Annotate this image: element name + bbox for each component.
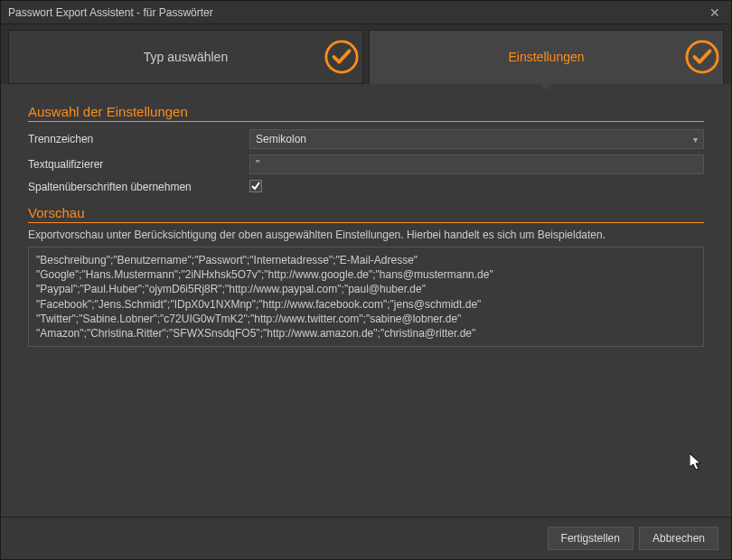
separator-dropdown[interactable]: Semikolon ▾ xyxy=(249,129,704,149)
preview-description: Exportvorschau unter Berücksichtigung de… xyxy=(28,229,704,241)
headers-checkbox[interactable] xyxy=(249,180,262,192)
preview-line: "Facebook";"Jens.Schmidt";"IDpX0v1NXMnp"… xyxy=(36,297,696,312)
preview-line: "Twitter";"Sabine.Lobner";"c72UIG0wTmK2"… xyxy=(36,312,696,326)
footer: Fertigstellen Abbrechen xyxy=(1,517,731,559)
cancel-button[interactable]: Abbrechen xyxy=(639,527,718,550)
chevron-down-icon: ▾ xyxy=(693,135,698,145)
qualifier-value: " xyxy=(256,158,259,171)
titlebar: Passwort Export Assistent - für Passwört… xyxy=(1,1,731,24)
active-tab-arrow-icon xyxy=(540,83,554,90)
tab-settings[interactable]: Einstellungen xyxy=(369,30,724,84)
settings-section-title: Auswahl der Einstellungen xyxy=(28,104,704,122)
qualifier-row: Textqualifizierer " xyxy=(28,154,704,174)
tab-type-select-label: Typ auswählen xyxy=(144,50,228,64)
headers-label: Spaltenüberschriften übernehmen xyxy=(28,181,249,193)
qualifier-label: Textqualifizierer xyxy=(28,158,249,171)
finish-button[interactable]: Fertigstellen xyxy=(548,527,633,550)
tab-settings-label: Einstellungen xyxy=(508,50,584,64)
close-icon[interactable]: ✕ xyxy=(706,5,724,20)
separator-label: Trennzeichen xyxy=(28,133,249,145)
preview-line: "Beschreibung";"Benutzername";"Passwort"… xyxy=(36,253,696,267)
preview-line: "Paypal";"Paul.Huber";"ojymD6i5Rj8R";"ht… xyxy=(36,282,696,296)
preview-line: "Google";"Hans.Mustermann";"2iNHxhsk5O7v… xyxy=(36,267,696,282)
preview-line: "Amazon";"Christina.Ritter";"SFWXSnsdqFO… xyxy=(36,326,696,341)
content-area: Auswahl der Einstellungen Trennzeichen S… xyxy=(1,84,731,517)
checkmark-icon xyxy=(324,40,359,74)
qualifier-input[interactable]: " xyxy=(249,154,704,174)
preview-box: "Beschreibung";"Benutzername";"Passwort"… xyxy=(28,247,704,347)
separator-row: Trennzeichen Semikolon ▾ xyxy=(28,129,704,149)
headers-row: Spaltenüberschriften übernehmen xyxy=(28,180,704,194)
separator-value: Semikolon xyxy=(256,133,306,145)
preview-section-title: Vorschau xyxy=(28,205,704,223)
export-wizard-window: Passwort Export Assistent - für Passwört… xyxy=(0,0,732,560)
tab-type-select[interactable]: Typ auswählen xyxy=(8,30,363,84)
checkmark-icon xyxy=(685,40,719,74)
window-title: Passwort Export Assistent - für Passwört… xyxy=(8,6,213,19)
wizard-tabs: Typ auswählen Einstellungen xyxy=(1,24,731,84)
